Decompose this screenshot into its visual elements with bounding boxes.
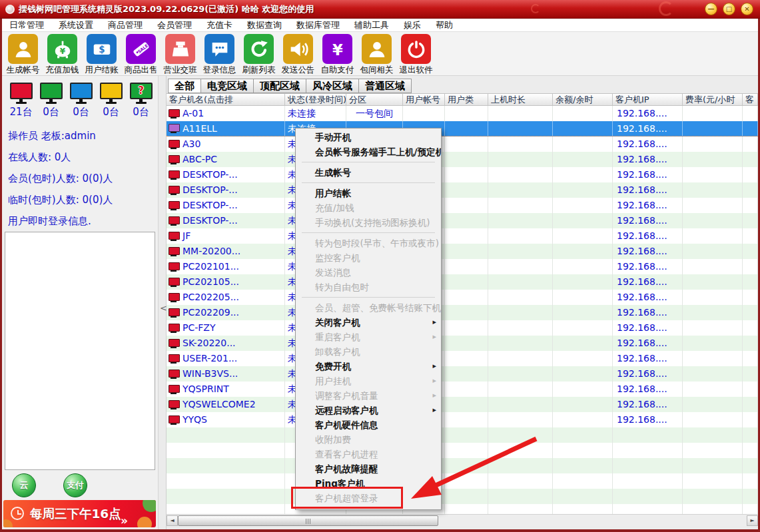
context-menu-item-客户机硬件信息[interactable]: 客户机硬件信息 bbox=[296, 417, 441, 432]
piggy-icon: ¥ bbox=[47, 34, 77, 64]
context-menu-item-label: 手动换机(支持拖动图标换机) bbox=[315, 217, 430, 228]
tab-顶配区域[interactable]: 顶配区域 bbox=[254, 79, 306, 93]
toolbar-button-发送公告[interactable]: 发送公告 bbox=[278, 34, 318, 75]
table-row-A11ELL[interactable]: A11ELL未连接192.168.... bbox=[167, 121, 758, 136]
table-row-SK-20220...[interactable]: SK-20220...未连接192.168.... bbox=[167, 336, 758, 351]
horizontal-scrollbar[interactable]: ◄ ► bbox=[167, 514, 758, 526]
maximize-button[interactable]: □ bbox=[723, 3, 735, 15]
table-row-A-01[interactable]: A-01未连接一号包间192.168.... bbox=[167, 106, 758, 121]
pay-button[interactable]: 支付 bbox=[63, 473, 87, 497]
table-row-PC202105...[interactable]: PC202105...未连接192.168.... bbox=[167, 274, 758, 290]
toolbar-button-label: 退出软件 bbox=[396, 65, 436, 76]
column-header-9[interactable]: 客 bbox=[743, 94, 758, 105]
tab-全部[interactable]: 全部 bbox=[168, 79, 201, 93]
table-row-USER-201...[interactable]: USER-201...未连接192.168.... bbox=[167, 351, 758, 366]
toolbar-button-营业交班[interactable]: 营业交班 bbox=[161, 34, 200, 75]
context-menu-item-卸载客户机[interactable]: 卸载客户机 bbox=[296, 344, 441, 359]
context-menu-item-查看客户机进程[interactable]: 查看客户机进程 bbox=[296, 447, 441, 461]
tab-普通区域[interactable]: 普通区域 bbox=[359, 79, 412, 93]
context-menu-item-转为包时段(早市、午市或夜市)[interactable]: 转为包时段(早市、午市或夜市) bbox=[296, 236, 441, 250]
table-row-YQSPRINT[interactable]: YQSPRINT未连接192.168.... bbox=[167, 382, 758, 397]
login-info-list[interactable] bbox=[5, 232, 155, 470]
context-menu-item-用户结帐[interactable]: 用户结帐 bbox=[296, 186, 441, 200]
column-header-2[interactable]: 分区 bbox=[346, 94, 403, 105]
context-menu-item-会员帐号服务端手工上机/预定机器[interactable]: 会员帐号服务端手工上机/预定机器 bbox=[296, 144, 441, 159]
table-row-DESKTOP-...[interactable]: DESKTOP-...未连接192.168.... bbox=[167, 213, 758, 228]
sidebar-collapse-strip[interactable]: < bbox=[158, 76, 167, 529]
column-header-7[interactable]: 客户机IP bbox=[613, 94, 683, 105]
cell-balance bbox=[553, 351, 613, 366]
context-menu-item-生成帐号[interactable]: 生成帐号 bbox=[296, 165, 441, 180]
context-menu-item-重启客户机[interactable]: 重启客户机▸ bbox=[296, 330, 441, 344]
menubar-item-充值卡[interactable]: 充值卡 bbox=[199, 19, 240, 31]
context-menu-item-充值/加钱[interactable]: 充值/加钱 bbox=[296, 200, 441, 215]
menubar-item-数据查询[interactable]: 数据查询 bbox=[240, 19, 289, 31]
table-row-PC202101...[interactable]: PC202101...未连接192.168.... bbox=[167, 259, 758, 274]
menubar-item-辅助工具[interactable]: 辅助工具 bbox=[347, 19, 396, 31]
context-menu-item-客户机故障提醒[interactable]: 客户机故障提醒 bbox=[296, 461, 441, 476]
promo-banner[interactable]: 每周三下午16点 » bbox=[3, 500, 156, 527]
menubar-item-系统设置[interactable]: 系统设置 bbox=[51, 19, 101, 31]
table-row-ABC-PC[interactable]: ABC-PC未连接192.168.... bbox=[167, 152, 758, 167]
close-button[interactable]: ✕ bbox=[741, 3, 753, 15]
context-menu-item-发送消息[interactable]: 发送消息 bbox=[296, 265, 441, 280]
column-header-4[interactable]: 用户类 bbox=[445, 94, 488, 105]
context-menu-item-会员、超管、免费帐号结账下机[interactable]: 会员、超管、免费帐号结账下机▸ bbox=[296, 300, 441, 315]
menubar-item-日常管理[interactable]: 日常管理 bbox=[2, 19, 51, 31]
tab-风冷区域[interactable]: 风冷区域 bbox=[306, 79, 359, 93]
column-header-8[interactable]: 费率(元/小时 bbox=[683, 94, 743, 105]
table-row-DESKTOP-...[interactable]: DESKTOP-...未连接192.168.... bbox=[167, 182, 758, 198]
toolbar-button-自助支付[interactable]: ¥自助支付 bbox=[318, 34, 357, 75]
column-header-1[interactable]: 状态(登录时间) bbox=[285, 94, 346, 105]
toolbar-button-充值加钱[interactable]: ¥充值加钱 bbox=[43, 34, 82, 75]
toolbar-button-退出软件[interactable]: 退出软件 bbox=[396, 34, 436, 75]
menubar-item-会员管理[interactable]: 会员管理 bbox=[150, 19, 199, 31]
table-row-DESKTOP-...[interactable]: DESKTOP-...未连接192.168.... bbox=[167, 167, 758, 182]
table-row-YYQS[interactable]: YYQS未连接192.168.... bbox=[167, 412, 758, 427]
toolbar-button-刷新列表[interactable]: 刷新列表 bbox=[239, 34, 278, 75]
toolbar-button-登录信息[interactable]: 登录信息 bbox=[200, 34, 239, 75]
table-row-WIN-B3VS...[interactable]: WIN-B3VS...未连接192.168.... bbox=[167, 366, 758, 382]
table-row-PC-FZY[interactable]: PC-FZY未连接192.168.... bbox=[167, 320, 758, 336]
context-menu-item-监控客户机[interactable]: 监控客户机 bbox=[296, 250, 441, 265]
context-menu-item-收附加费[interactable]: 收附加费 bbox=[296, 432, 441, 447]
cell-duration bbox=[488, 458, 553, 473]
client-monitor-icon bbox=[169, 231, 180, 242]
toolbar-button-用户结账[interactable]: $用户结账 bbox=[82, 34, 121, 75]
banner-text: 每周三下午16点 bbox=[30, 505, 121, 522]
column-header-5[interactable]: 上机时长 bbox=[488, 94, 553, 105]
table-row-PC202205...[interactable]: PC202205...未连接192.168.... bbox=[167, 290, 758, 305]
scrollbar-thumb[interactable] bbox=[178, 515, 438, 526]
scroll-left-button[interactable]: ◄ bbox=[167, 515, 178, 526]
table-row-YQSWELCOME2[interactable]: YQSWELCOME2未连接192.168.... bbox=[167, 397, 758, 412]
context-menu-item-用户挂机[interactable]: 用户挂机▸ bbox=[296, 374, 441, 388]
table-row-PC202209...[interactable]: PC202209...未连接192.168.... bbox=[167, 305, 758, 320]
cloud-button[interactable]: 云 bbox=[12, 473, 36, 497]
menubar-item-帮助[interactable]: 帮助 bbox=[428, 19, 460, 31]
table-row-A30[interactable]: A30未连接192.168.... bbox=[167, 136, 758, 152]
cell-rate bbox=[683, 504, 743, 514]
menubar-item-娱乐[interactable]: 娱乐 bbox=[396, 19, 428, 31]
context-menu-item-手动换机(支持拖动图标换机)[interactable]: 手动换机(支持拖动图标换机) bbox=[296, 215, 441, 230]
client-name-label: PC202101... bbox=[183, 259, 239, 274]
column-header-0[interactable]: 客户机名(点击排 bbox=[167, 94, 285, 105]
context-menu-item-调整客户机音量[interactable]: 调整客户机音量▸ bbox=[296, 388, 441, 403]
context-menu-item-远程启动客户机[interactable]: 远程启动客户机▸ bbox=[296, 403, 441, 417]
toolbar-button-包间相关[interactable]: 包间相关 bbox=[357, 34, 396, 75]
tab-电竞区域[interactable]: 电竞区域 bbox=[201, 79, 254, 93]
menubar-item-数据库管理[interactable]: 数据库管理 bbox=[289, 19, 347, 31]
context-menu-item-转为自由包时[interactable]: 转为自由包时 bbox=[296, 280, 441, 294]
context-menu-item-免费开机[interactable]: 免费开机▸ bbox=[296, 359, 441, 374]
context-menu-item-手动开机[interactable]: 手动开机 bbox=[296, 130, 441, 144]
column-header-3[interactable]: 用户帐号 bbox=[403, 94, 445, 105]
table-row-MM-20200...[interactable]: MM-20200...未连接192.168.... bbox=[167, 244, 758, 259]
column-header-6[interactable]: 余额/余时 bbox=[553, 94, 613, 105]
menubar-item-商品管理[interactable]: 商品管理 bbox=[101, 19, 150, 31]
scroll-right-button[interactable]: ► bbox=[747, 515, 758, 526]
context-menu-item-关闭客户机[interactable]: 关闭客户机▸ bbox=[296, 315, 441, 330]
minimize-button[interactable]: — bbox=[705, 3, 717, 15]
toolbar-button-商品出售[interactable]: SALE商品出售 bbox=[121, 34, 161, 75]
toolbar-button-生成帐号[interactable]: 生成帐号 bbox=[3, 34, 43, 75]
table-row-DESKTOP-...[interactable]: DESKTOP-...未连接192.168.... bbox=[167, 198, 758, 213]
table-row-JF[interactable]: JF未连接192.168.... bbox=[167, 228, 758, 244]
